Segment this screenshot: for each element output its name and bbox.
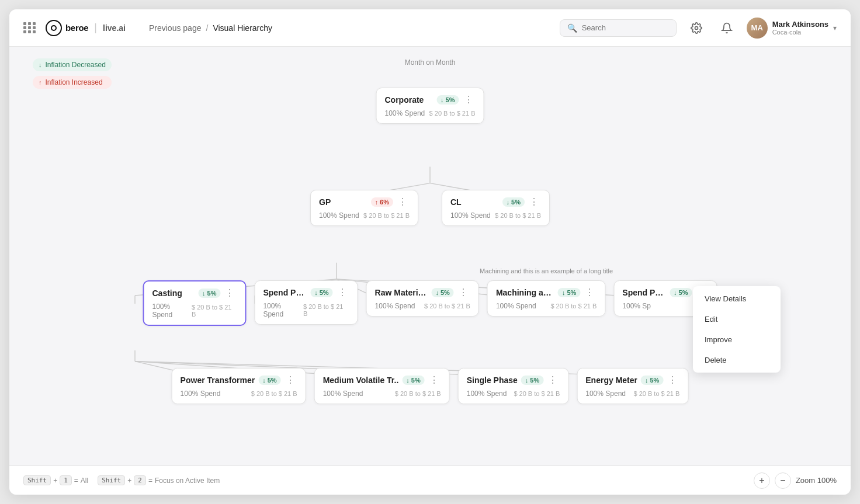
corporate-range: $ 20 B to $ 21 B [429,110,476,117]
breadcrumb-prev[interactable]: Previous page [149,23,202,33]
breadcrumb-current: Visual Hierarchy [213,23,272,33]
grid-menu-icon[interactable] [23,22,36,33]
spend-pool-range: $ 20 B to $ 21 B [303,303,349,317]
sp-menu[interactable]: ⋮ [546,374,560,386]
sp-body: 100% Spend $ 20 B to $ 21 B [467,390,560,398]
search-box[interactable]: 🔍 [560,19,677,37]
logo-circle-icon [46,20,62,36]
app-window: beroe | live.ai Previous page / Visual H… [9,9,851,495]
header-right: 🔍 MA Mark Atkinsons Coca-cola ▾ [560,18,837,39]
cl-title: CL [450,197,462,207]
search-input[interactable] [582,23,669,32]
plus-sep-1: + [53,477,57,485]
corporate-menu[interactable]: ⋮ [462,94,476,106]
casting-header: Casting ↓ 5% ⋮ [152,287,237,299]
logo-live-text: live.ai [103,23,126,33]
legend-decreased: ↓ Inflation Decreased [33,58,112,71]
machining-tooltip: Machining and this is an example of a lo… [480,267,613,274]
raw-materials-node: Raw Materials ↓ 5% ⋮ 100% Spend $ 20 B t… [366,280,479,317]
casting-menu[interactable]: ⋮ [223,287,237,299]
logo-divider: | [94,22,97,34]
casting-badge: ↓ 5% [198,289,220,298]
raw-materials-badge: ↓ 5% [432,288,454,297]
machining-menu[interactable]: ⋮ [582,287,597,298]
spend-pool-body: 100% Spend $ 20 B to $ 21 B [263,302,349,318]
em-title: Energy Meter [585,376,637,385]
spend-pool-header: Spend Pool ↓ 5% ⋮ [263,287,349,298]
pt-range: $ 20 B to $ 21 B [251,390,297,397]
context-menu-delete[interactable]: Delete [693,350,781,370]
em-header: Energy Meter ↓ 5% ⋮ [585,374,679,386]
legend: ↓ Inflation Decreased ↑ Inflation Increa… [33,58,112,89]
footer: Shift + 1 = All Shift + 2 = Focus on Act… [9,465,851,495]
machining-range: $ 20 B to $ 21 B [550,303,597,310]
cl-header: CL ↓ 5% ⋮ [450,196,541,208]
spend-pool-spend: 100% Spend [263,302,303,318]
legend-up-arrow: ↑ [39,79,42,86]
spend-pool-menu[interactable]: ⋮ [335,287,349,298]
gp-body: 100% Spend $ 20 B to $ 21 B [319,211,410,220]
raw-materials-header: Raw Materials ↓ 5% ⋮ [375,287,470,298]
em-menu[interactable]: ⋮ [665,374,679,386]
sp-header: Single Phase ↓ 5% ⋮ [467,374,560,386]
casting-spend: 100% Spend [152,303,192,319]
casting-node: Casting ↓ 5% ⋮ 100% Spend $ 20 B to $ 21… [143,280,247,326]
spend-pool2-spend: 100% Sp [622,302,651,310]
corporate-header: Corporate ↓ 5% ⋮ [385,94,476,106]
em-range: $ 20 B to $ 21 B [633,390,679,397]
notification-icon-button[interactable] [716,18,737,39]
sp-badge: ↓ 5% [521,376,543,385]
corporate-badge-arrow: ↓ [441,96,444,103]
legend-decreased-label: Inflation Decreased [46,61,106,69]
casting-body: 100% Spend $ 20 B to $ 21 B [152,303,237,319]
connector-lines [9,82,851,465]
legend-down-arrow: ↓ [39,61,42,68]
pt-menu[interactable]: ⋮ [283,374,297,386]
user-area[interactable]: MA Mark Atkinsons Coca-cola ▾ [747,18,837,39]
raw-materials-menu[interactable]: ⋮ [456,287,470,298]
user-name: Mark Atkinsons [772,20,828,29]
em-badge: ↓ 5% [641,376,663,385]
mv-menu[interactable]: ⋮ [427,374,441,386]
logo-beroe-text: beroe [65,23,88,33]
kbd-2: 2 [134,475,146,485]
context-menu-improve[interactable]: Improve [693,329,781,350]
corporate-title: Corporate [385,95,424,105]
context-menu: View Details Edit Improve Delete [693,286,781,373]
main-canvas: ↓ Inflation Decreased ↑ Inflation Increa… [9,47,851,465]
casting-range: $ 20 B to $ 21 B [192,304,237,318]
casting-wrapper: Casting ↓ 5% ⋮ 100% Spend $ 20 B to $ 21… [143,280,247,326]
zoom-label: Zoom 100% [796,476,837,485]
context-menu-view-details[interactable]: View Details [693,289,781,309]
spend-pool2-title: Spend Pool [622,288,666,297]
gp-spend: 100% Spend [319,211,359,220]
pt-header: Power Transformer ↓ 5% ⋮ [181,374,297,386]
level-0: Corporate ↓ 5% ⋮ 100% Spend $ 20 B to $ … [376,88,484,124]
kbd-shift-1a: Shift [23,475,51,485]
context-menu-edit[interactable]: Edit [693,309,781,329]
mv-title: Medium Volatile Tr.. [323,376,399,385]
pt-spend: 100% Spend [181,390,221,398]
cl-menu[interactable]: ⋮ [527,196,541,208]
gp-menu[interactable]: ⋮ [396,196,410,208]
shortcut-focus: Shift + 2 = Focus on Active Item [98,475,220,485]
level-3: Power Transformer ↓ 5% ⋮ 100% Spend $ 20… [172,368,689,404]
avatar: MA [747,18,768,39]
raw-materials-spend: 100% Spend [375,302,415,310]
medium-volatile-node: Medium Volatile Tr.. ↓ 5% ⋮ 100% Spend $… [314,368,450,404]
pt-title: Power Transformer [181,376,255,385]
user-company: Coca-cola [772,29,828,36]
settings-icon-button[interactable] [686,18,707,39]
corporate-spend: 100% Spend [385,109,425,117]
em-body: 100% Spend $ 20 B to $ 21 B [585,390,679,398]
sp-range: $ 20 B to $ 21 B [514,390,560,397]
spend-pool-node: Spend Pool ↓ 5% ⋮ 100% Spend $ 20 B to $… [254,280,358,325]
spend-pool-badge: ↓ 5% [310,288,332,297]
logo: beroe | live.ai [46,20,126,36]
machining-title: Machining and th.. [496,288,554,297]
zoom-in-button[interactable]: + [754,472,770,489]
kbd-1: 1 [60,475,72,485]
gp-badge-arrow: ↑ [375,199,379,206]
user-info: Mark Atkinsons Coca-cola [772,20,828,36]
zoom-out-button[interactable]: − [775,472,791,489]
